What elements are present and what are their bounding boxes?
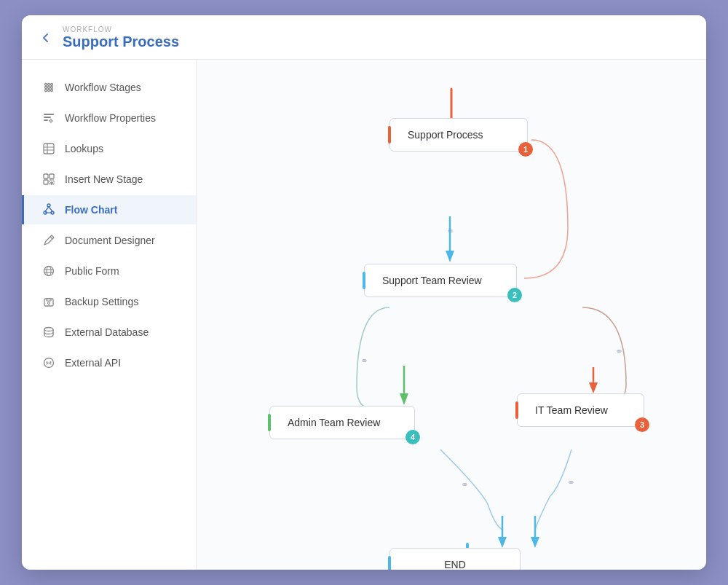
sidebar-item-workflow-properties[interactable]: Workflow Properties: [22, 103, 196, 133]
node-admin-team-review[interactable]: Admin Team Review 4: [269, 406, 415, 439]
sidebar-item-external-api[interactable]: External API: [22, 348, 196, 377]
app-window: WORKFLOW Support Process: [22, 15, 706, 570]
svg-rect-12: [44, 144, 54, 154]
node-label-it-team-review: IT Team Review: [535, 404, 608, 416]
node-badge-1: 1: [518, 142, 533, 157]
node-label-admin-team-review: Admin Team Review: [288, 417, 380, 428]
svg-point-36: [44, 328, 53, 331]
node-label-end: END: [444, 559, 466, 570]
svg-point-4: [48, 87, 50, 89]
header: WORKFLOW Support Process: [22, 15, 706, 60]
node-label-support-process: Support Process: [408, 129, 483, 141]
svg-point-3: [45, 87, 47, 89]
svg-point-2: [51, 84, 53, 86]
sidebar-item-document-designer[interactable]: Document Designer: [22, 226, 196, 255]
sidebar-item-lookups[interactable]: Lookups: [22, 134, 196, 163]
svg-rect-16: [44, 174, 48, 178]
svg-text:⚭: ⚭: [615, 346, 623, 357]
svg-rect-9: [44, 114, 54, 115]
main-content: ⚭ ⚭ ⚭: [197, 60, 706, 570]
table-icon: [41, 141, 56, 156]
svg-marker-47: [400, 393, 408, 405]
svg-marker-55: [531, 537, 539, 548]
sidebar-label-external-api: External API: [65, 357, 121, 369]
node-badge-3: 3: [635, 417, 649, 432]
svg-rect-17: [50, 174, 54, 178]
svg-text:⚭: ⚭: [567, 477, 575, 488]
sidebar-label-workflow-properties: Workflow Properties: [65, 112, 156, 124]
sidebar-label-external-database: External Database: [65, 326, 149, 338]
sidebar: Workflow Stages Workflow Properties: [22, 60, 197, 570]
sidebar-label-lookups: Lookups: [65, 143, 103, 154]
svg-rect-11: [44, 119, 48, 121]
sidebar-label-document-designer: Document Designer: [65, 235, 155, 246]
svg-point-29: [44, 267, 54, 276]
sidebar-item-flow-chart[interactable]: Flow Chart: [22, 195, 196, 224]
sidebar-label-flow-chart: Flow Chart: [65, 204, 117, 216]
sidebar-item-public-form[interactable]: Public Form: [22, 256, 196, 286]
insert-icon: [41, 172, 56, 187]
header-text: WORKFLOW Support Process: [63, 25, 179, 50]
svg-rect-10: [44, 117, 51, 118]
svg-text:⚭: ⚭: [461, 479, 469, 490]
svg-text:⚭: ⚭: [360, 356, 368, 366]
svg-point-7: [48, 90, 50, 92]
api-icon: [41, 356, 56, 370]
database-icon: [41, 325, 56, 339]
flow-connections: ⚭ ⚭ ⚭: [248, 82, 655, 555]
svg-line-28: [50, 237, 52, 239]
globe-icon: [41, 264, 56, 278]
sidebar-label-public-form: Public Form: [65, 265, 119, 277]
grid-icon: [41, 80, 56, 95]
node-badge-2: 2: [507, 288, 522, 302]
svg-point-5: [51, 87, 53, 89]
node-label-support-team-review: Support Team Review: [382, 275, 482, 286]
design-icon: [41, 233, 56, 248]
edit-icon: [41, 111, 56, 125]
node-it-team-review[interactable]: IT Team Review 3: [517, 393, 644, 427]
sidebar-label-backup-settings: Backup Settings: [65, 296, 138, 307]
sidebar-item-workflow-stages[interactable]: Workflow Stages: [22, 73, 196, 102]
sidebar-label-workflow-stages: Workflow Stages: [65, 82, 141, 93]
svg-marker-49: [589, 382, 598, 393]
svg-point-6: [45, 90, 47, 92]
svg-point-22: [47, 204, 50, 207]
svg-point-30: [47, 267, 51, 276]
svg-line-26: [49, 207, 52, 211]
svg-text:⚭: ⚭: [446, 226, 454, 237]
node-end[interactable]: END 5: [389, 548, 521, 570]
back-button[interactable]: [39, 31, 52, 44]
svg-line-25: [45, 207, 49, 211]
backup-icon: [41, 294, 56, 309]
svg-point-39: [50, 361, 52, 363]
node-badge-4: 4: [405, 430, 420, 444]
svg-point-0: [45, 84, 47, 86]
node-support-process[interactable]: Support Process 1: [389, 118, 528, 152]
sidebar-item-insert-new-stage[interactable]: Insert New Stage: [22, 165, 196, 194]
svg-rect-18: [44, 180, 48, 184]
workflow-label: WORKFLOW: [63, 25, 179, 34]
sidebar-item-external-database[interactable]: External Database: [22, 318, 196, 347]
svg-point-38: [47, 361, 48, 363]
svg-marker-43: [446, 251, 454, 262]
node-support-team-review[interactable]: Support Team Review 2: [364, 264, 517, 297]
body: Workflow Stages Workflow Properties: [22, 60, 706, 570]
flowchart-icon: [41, 203, 56, 217]
sidebar-item-backup-settings[interactable]: Backup Settings: [22, 287, 196, 316]
svg-point-1: [48, 84, 50, 86]
svg-point-8: [51, 90, 53, 92]
svg-point-35: [48, 302, 50, 305]
svg-marker-53: [498, 537, 507, 548]
page-title: Support Process: [63, 34, 179, 50]
sidebar-label-insert-new-stage: Insert New Stage: [65, 173, 143, 185]
svg-rect-34: [47, 299, 51, 301]
